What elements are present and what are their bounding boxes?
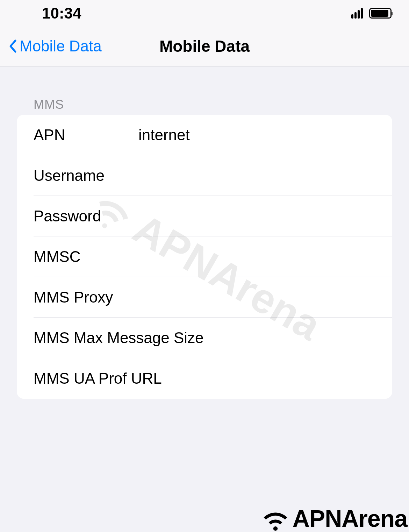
mms-settings-group: APN Username Password MMSC MMS Proxy MMS… (17, 115, 392, 399)
chevron-left-icon (8, 39, 17, 53)
row-apn[interactable]: APN (17, 115, 392, 155)
footer-logo: APNArena (260, 505, 407, 532)
signal-icon (351, 8, 363, 19)
row-password[interactable]: Password (17, 196, 392, 236)
label-mms-ua: MMS UA Prof URL (34, 370, 162, 387)
label-mms-max: MMS Max Message Size (34, 329, 204, 347)
row-mms-max[interactable]: MMS Max Message Size (17, 318, 392, 358)
row-mms-ua[interactable]: MMS UA Prof URL (17, 358, 392, 399)
status-bar: 10:34 (0, 0, 409, 26)
section-header-mms: MMS (17, 66, 392, 115)
status-time: 10:34 (42, 5, 81, 22)
wifi-icon (260, 505, 291, 532)
label-username: Username (34, 167, 138, 184)
label-apn: APN (34, 126, 138, 144)
content: MMS APN Username Password MMSC MMS Proxy (0, 66, 409, 399)
input-mms-max[interactable] (204, 329, 392, 347)
back-label: Mobile Data (20, 37, 102, 55)
input-apn[interactable] (138, 126, 392, 144)
input-password[interactable] (138, 207, 392, 225)
battery-icon (369, 8, 392, 19)
input-mmsc[interactable] (138, 248, 392, 265)
back-button[interactable]: Mobile Data (8, 37, 102, 55)
row-mms-proxy[interactable]: MMS Proxy (17, 277, 392, 318)
status-icons (351, 8, 392, 19)
row-mmsc[interactable]: MMSC (17, 236, 392, 277)
label-mms-proxy: MMS Proxy (34, 289, 138, 306)
row-username[interactable]: Username (17, 155, 392, 196)
svg-point-0 (273, 526, 277, 531)
label-password: Password (34, 207, 138, 225)
label-mmsc: MMSC (34, 248, 138, 265)
input-username[interactable] (138, 167, 392, 184)
footer-text: APNArena (293, 505, 407, 532)
input-mms-proxy[interactable] (138, 289, 392, 306)
nav-bar: Mobile Data Mobile Data (0, 26, 409, 66)
input-mms-ua[interactable] (162, 370, 392, 387)
